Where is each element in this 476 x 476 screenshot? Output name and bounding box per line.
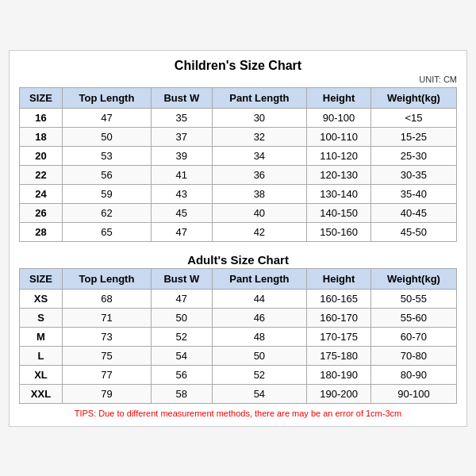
- table-cell: 52: [212, 365, 307, 384]
- table-cell: S: [20, 308, 63, 327]
- adults-header-row: SIZETop LengthBust WPant LengthHeightWei…: [20, 268, 457, 289]
- table-cell: 25-30: [370, 146, 456, 165]
- table-cell: 71: [62, 308, 151, 327]
- children-size-table: SIZETop LengthBust WPant LengthHeightWei…: [19, 87, 457, 242]
- table-cell: 36: [212, 165, 307, 184]
- table-cell: 35: [152, 108, 213, 127]
- table-cell: 30-35: [370, 165, 456, 184]
- table-row: XL775652180-19080-90: [20, 365, 457, 384]
- table-cell: 35-40: [370, 184, 456, 203]
- table-cell: 59: [62, 184, 151, 203]
- children-header-row: SIZETop LengthBust WPant LengthHeightWei…: [20, 87, 457, 108]
- table-cell: 50-55: [370, 289, 456, 308]
- table-cell: 28: [20, 222, 63, 241]
- adults-col-header: SIZE: [20, 268, 63, 289]
- adults-col-header: Height: [307, 268, 371, 289]
- table-cell: 45-50: [370, 222, 456, 241]
- table-cell: 55-60: [370, 308, 456, 327]
- table-cell: XS: [20, 289, 63, 308]
- table-cell: 65: [62, 222, 151, 241]
- table-cell: 24: [20, 184, 63, 203]
- table-row: S715046160-17055-60: [20, 308, 457, 327]
- table-row: 20533934110-12025-30: [20, 146, 457, 165]
- table-cell: 160-165: [307, 289, 371, 308]
- table-cell: 54: [212, 384, 307, 403]
- table-row: 1647353090-100<15: [20, 108, 457, 127]
- table-cell: 68: [62, 289, 151, 308]
- table-row: 22564136120-13030-35: [20, 165, 457, 184]
- table-cell: 56: [62, 165, 151, 184]
- table-cell: 45: [152, 203, 213, 222]
- table-cell: 47: [62, 108, 151, 127]
- table-cell: 60-70: [370, 327, 456, 346]
- table-cell: L: [20, 346, 63, 365]
- table-cell: 18: [20, 127, 63, 146]
- table-cell: 90-100: [370, 384, 456, 403]
- table-cell: 110-120: [307, 146, 371, 165]
- table-row: 28654742150-16045-50: [20, 222, 457, 241]
- table-cell: <15: [370, 108, 456, 127]
- table-cell: 53: [62, 146, 151, 165]
- table-cell: 47: [152, 222, 213, 241]
- table-cell: XL: [20, 365, 63, 384]
- children-col-header: Weight(kg): [370, 87, 456, 108]
- table-cell: 32: [212, 127, 307, 146]
- table-cell: 47: [152, 289, 213, 308]
- unit-label: UNIT: CM: [19, 75, 457, 84]
- table-cell: 79: [62, 384, 151, 403]
- table-cell: 73: [62, 327, 151, 346]
- table-cell: 30: [212, 108, 307, 127]
- table-cell: 77: [62, 365, 151, 384]
- table-cell: 80-90: [370, 365, 456, 384]
- table-cell: 150-160: [307, 222, 371, 241]
- children-col-header: Pant Length: [212, 87, 307, 108]
- table-cell: 50: [152, 308, 213, 327]
- table-row: 26624540140-15040-45: [20, 203, 457, 222]
- table-cell: M: [20, 327, 63, 346]
- table-cell: 40-45: [370, 203, 456, 222]
- table-cell: 58: [152, 384, 213, 403]
- table-cell: 50: [212, 346, 307, 365]
- table-cell: 16: [20, 108, 63, 127]
- table-cell: 100-110: [307, 127, 371, 146]
- table-cell: 41: [152, 165, 213, 184]
- table-cell: 46: [212, 308, 307, 327]
- children-col-header: Height: [307, 87, 371, 108]
- table-cell: 52: [152, 327, 213, 346]
- table-cell: 140-150: [307, 203, 371, 222]
- table-cell: 39: [152, 146, 213, 165]
- tips-text: TIPS: Due to different measurement metho…: [19, 409, 457, 418]
- table-cell: 56: [152, 365, 213, 384]
- table-cell: 160-170: [307, 308, 371, 327]
- table-cell: 38: [212, 184, 307, 203]
- table-cell: 180-190: [307, 365, 371, 384]
- table-cell: 175-180: [307, 346, 371, 365]
- table-cell: 26: [20, 203, 63, 222]
- table-cell: 120-130: [307, 165, 371, 184]
- adults-size-table: SIZETop LengthBust WPant LengthHeightWei…: [19, 268, 457, 404]
- adults-col-header: Bust W: [152, 268, 213, 289]
- table-cell: 50: [62, 127, 151, 146]
- children-col-header: Top Length: [62, 87, 151, 108]
- table-cell: 34: [212, 146, 307, 165]
- table-cell: 20: [20, 146, 63, 165]
- table-cell: 54: [152, 346, 213, 365]
- table-cell: 62: [62, 203, 151, 222]
- adults-section-title: Adult's Size Chart: [19, 248, 457, 268]
- children-col-header: Bust W: [152, 87, 213, 108]
- table-cell: 48: [212, 327, 307, 346]
- table-cell: 37: [152, 127, 213, 146]
- chart-container: Children's Size Chart UNIT: CM SIZETop L…: [9, 50, 467, 427]
- table-row: M735248170-17560-70: [20, 327, 457, 346]
- main-title: Children's Size Chart: [19, 59, 457, 73]
- children-body: 1647353090-100<1518503732100-11015-25205…: [20, 108, 457, 241]
- table-cell: 70-80: [370, 346, 456, 365]
- table-row: 18503732100-11015-25: [20, 127, 457, 146]
- table-row: L755450175-18070-80: [20, 346, 457, 365]
- table-cell: 43: [152, 184, 213, 203]
- adults-body: XS684744160-16550-55S715046160-17055-60M…: [20, 289, 457, 403]
- table-cell: XXL: [20, 384, 63, 403]
- adults-col-header: Weight(kg): [370, 268, 456, 289]
- adults-col-header: Top Length: [62, 268, 151, 289]
- table-cell: 75: [62, 346, 151, 365]
